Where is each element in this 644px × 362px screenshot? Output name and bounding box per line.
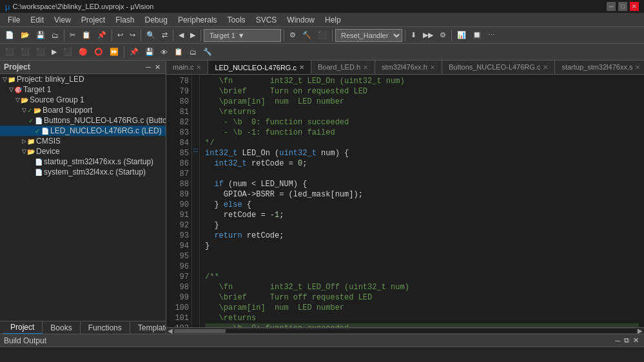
tab-buttons-label: Buttons_NUCLEO-L476RG.c [449, 63, 540, 71]
tab-templates[interactable]: Templates [130, 322, 166, 334]
tab-project[interactable]: Project [3, 321, 43, 334]
board-support-expand-icon: ▽ [21, 107, 27, 113]
tab-startup-label: startup_stm32l476xx.s [561, 63, 632, 71]
tab-main-c[interactable]: main.c ✕ [166, 61, 208, 74]
locals-btn[interactable]: 🗂 [187, 46, 199, 59]
tab-board-led[interactable]: Board_LED.h ✕ [311, 61, 375, 74]
cut-btn[interactable]: ✂ [67, 29, 78, 42]
folder-icon: 📂 [21, 97, 28, 104]
step-into-btn[interactable]: ⬛ [18, 46, 32, 59]
tab-functions[interactable]: Functions [81, 322, 130, 334]
menu-file[interactable]: File [3, 14, 25, 26]
paste-btn[interactable]: 📌 [95, 29, 109, 42]
board-support-label: Board Support [43, 106, 92, 115]
cmsis-expand-icon: ▷ [21, 138, 27, 144]
minimize-button[interactable]: ─ [607, 2, 616, 11]
tree-buttons-file[interactable]: ✓ 📄 Buttons_NUCLEO-L476RG.c (Buttons) [0, 115, 166, 126]
redo-btn[interactable]: ↪ [127, 29, 138, 42]
menu-debug[interactable]: Debug [140, 14, 173, 26]
new-file-btn[interactable]: 📄 [3, 29, 17, 42]
close-board-led[interactable]: ✕ [363, 64, 368, 71]
stop2-btn[interactable]: ⬛ [61, 46, 75, 59]
close-main-c[interactable]: ✕ [196, 64, 201, 71]
save-all-btn[interactable]: 🗂 [49, 29, 61, 42]
menu-edit[interactable]: Edit [25, 14, 49, 26]
open-btn[interactable]: 📂 [18, 29, 32, 42]
tab-buttons-nucleo[interactable]: Buttons_NUCLEO-L476RG.c ✕ [442, 61, 555, 74]
save-btn[interactable]: 💾 [34, 29, 48, 42]
nav-back-btn[interactable]: ◀ [176, 29, 186, 42]
code-editor[interactable]: \fn int32_t LED_On (uint32_t num) \brief… [200, 75, 644, 327]
target-icon: 🎯 [14, 86, 22, 93]
show-bp-btn[interactable]: 📌 [127, 46, 141, 59]
watch-btn[interactable]: 👁 [158, 46, 170, 59]
tree-target[interactable]: ▽ 🎯 Target 1 [0, 84, 166, 95]
menu-svcs[interactable]: SVCS [251, 14, 282, 26]
menu-view[interactable]: View [49, 14, 76, 26]
tree-led-file[interactable]: ✓ 📄 LED_NUCLEO-L476RG.c (LED) [0, 126, 166, 136]
tree-startup-file[interactable]: 📄 startup_stm32l476xx.s (Startup) [0, 157, 166, 167]
code-gutter: □□ [192, 75, 200, 327]
close-stm32[interactable]: ✕ [430, 64, 435, 71]
step-out-btn[interactable]: ⬛ [34, 46, 48, 59]
settings-btn[interactable]: ⚙ [437, 29, 449, 42]
menu-help[interactable]: Help [320, 14, 346, 26]
find-replace-btn[interactable]: ⇄ [159, 29, 170, 42]
menu-tools[interactable]: Tools [222, 14, 251, 26]
mem-btn[interactable]: 💾 [142, 46, 157, 59]
build-panel-float[interactable]: ⧉ [623, 336, 630, 345]
more-btn[interactable]: ⋯ [485, 29, 498, 42]
menu-window[interactable]: Window [282, 14, 320, 26]
tab-stm32[interactable]: stm32l476xx.h ✕ [375, 61, 442, 74]
panel-minimize-btn[interactable]: ─ [144, 63, 152, 71]
regs-btn[interactable]: 🔧 [200, 46, 215, 59]
h-scroll-track[interactable] [174, 329, 636, 333]
start-debug-btn[interactable]: ▶▶ [420, 29, 436, 42]
tab-led-nucleo[interactable]: LED_NUCLEO-L476RG.c ✕ [208, 61, 311, 74]
run-btn[interactable]: ▶ [49, 46, 59, 59]
target-dropdown[interactable]: Target 1 ▼ [204, 29, 281, 42]
h-scrollbar[interactable]: ◀ ▶ [166, 327, 644, 334]
bp-btn[interactable]: 🔴 [76, 46, 90, 59]
reset-handler-dropdown[interactable]: Reset_Handler [335, 29, 402, 42]
build-panel-close[interactable]: ✕ [632, 336, 640, 345]
tree-board-support[interactable]: ▽ ✓ 📂 Board Support [0, 105, 166, 115]
tree-system-file[interactable]: 📄 system_stm32l4xx.c (Startup) [0, 167, 166, 177]
run-to-btn[interactable]: ⏩ [107, 46, 121, 59]
panel-close-btn[interactable]: ✕ [153, 63, 162, 71]
copy-btn[interactable]: 📋 [79, 29, 93, 42]
h-scroll-left[interactable]: ◀ [168, 327, 173, 334]
build-panel-minimize[interactable]: ─ [614, 336, 621, 345]
clear-bp-btn[interactable]: ⭕ [92, 46, 106, 59]
download-btn[interactable]: ⬇ [408, 29, 419, 42]
close-led[interactable]: ✕ [299, 64, 304, 71]
find-btn[interactable]: 🔍 [144, 29, 158, 42]
call-stack-btn[interactable]: 📋 [171, 46, 186, 59]
close-startup[interactable]: ✕ [635, 64, 640, 71]
close-buttons[interactable]: ✕ [543, 64, 548, 71]
stop-btn[interactable]: ⬛ [315, 29, 329, 42]
code-container[interactable]: 7879808182838485868788899091929394959697… [166, 75, 644, 327]
step-over-btn[interactable]: ⬛ [3, 46, 17, 59]
tree-device[interactable]: ▽ 📂 Device [0, 146, 166, 157]
periph-btn[interactable]: 📊 [454, 29, 469, 42]
nav-fwd-btn[interactable]: ▶ [188, 29, 198, 42]
build-btn[interactable]: ⚙ [287, 29, 298, 42]
tree-project-root[interactable]: ▽ 📁 Project: blinky_LED [0, 74, 166, 84]
tree-source-group[interactable]: ▽ 📂 Source Group 1 [0, 95, 166, 105]
menu-flash[interactable]: Flash [110, 14, 139, 26]
close-button[interactable]: ✕ [630, 2, 639, 11]
menu-project[interactable]: Project [76, 14, 110, 26]
tab-startup[interactable]: startup_stm32l476xx.s ✕ [555, 61, 644, 74]
board-support-folder-icon: 📂 [34, 107, 41, 114]
h-scroll-thumb[interactable] [174, 329, 226, 333]
toolbar-1: 📄 📂 💾 🗂 ✂ 📋 📌 ↩ ↪ 🔍 ⇄ ◀ ▶ Target 1 ▼ ⚙ 🔨… [0, 27, 644, 44]
tree-cmsis[interactable]: ▷ 📁 CMSIS [0, 136, 166, 146]
menu-peripherals[interactable]: Peripherals [173, 14, 222, 26]
maximize-button[interactable]: □ [618, 2, 627, 11]
logic-btn[interactable]: 🔲 [470, 29, 484, 42]
h-scroll-right[interactable]: ▶ [638, 327, 643, 334]
tab-books[interactable]: Books [43, 322, 80, 334]
rebuild-btn[interactable]: 🔨 [300, 29, 314, 42]
undo-btn[interactable]: ↩ [115, 29, 126, 42]
